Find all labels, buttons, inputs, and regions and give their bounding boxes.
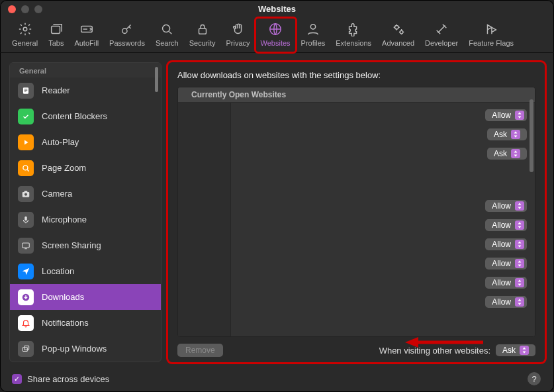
sidebar-scrollbar[interactable] xyxy=(155,67,158,92)
toolbar-label: AutoFill xyxy=(74,39,99,47)
gears-icon xyxy=(391,22,406,38)
dropdown-value: Allow xyxy=(492,201,511,211)
sidebar: General Reader Content Blockers Auto-Pla… xyxy=(9,62,162,362)
website-row[interactable]: Ask xyxy=(487,128,527,140)
svg-rect-11 xyxy=(24,89,28,89)
sidebar-group-label: General xyxy=(10,63,161,77)
permission-dropdown[interactable]: Ask xyxy=(487,128,527,140)
sidebar-item-page-zoom[interactable]: Page Zoom xyxy=(10,155,161,181)
shield-check-icon xyxy=(18,109,34,124)
sidebar-item-screen-sharing[interactable]: Screen Sharing xyxy=(10,232,161,258)
tabs-icon xyxy=(49,22,64,38)
dropdown-value: Allow xyxy=(492,278,511,287)
other-websites-dropdown[interactable]: Ask xyxy=(496,344,535,356)
share-across-devices-checkbox[interactable]: ✓ xyxy=(12,374,22,384)
permission-dropdown[interactable]: Allow xyxy=(485,296,527,308)
sidebar-item-content-blockers[interactable]: Content Blockers xyxy=(10,103,161,129)
list-scrollbar[interactable] xyxy=(530,99,533,172)
sidebar-item-notifications[interactable]: Notifications xyxy=(10,310,161,336)
gear-icon xyxy=(18,22,32,38)
toolbar-autofill[interactable]: AutoFill xyxy=(69,18,104,52)
svg-rect-22 xyxy=(24,346,29,350)
website-row[interactable]: Allow xyxy=(485,258,527,270)
preferences-toolbar: General Tabs AutoFill Passwords Search S… xyxy=(0,18,554,53)
svg-point-8 xyxy=(394,26,398,30)
permission-dropdown[interactable]: Ask xyxy=(487,148,527,160)
location-icon xyxy=(18,264,34,279)
website-row[interactable]: Allow xyxy=(485,200,527,212)
dropdown-value: Allow xyxy=(492,240,511,249)
play-icon xyxy=(18,134,34,150)
toolbar-security[interactable]: Security xyxy=(184,18,221,52)
toolbar-profiles[interactable]: Profiles xyxy=(296,18,331,52)
sidebar-item-label: Content Blockers xyxy=(42,111,107,121)
toolbar-search[interactable]: Search xyxy=(150,18,184,52)
svg-rect-12 xyxy=(24,89,28,90)
chevron-updown-icon xyxy=(515,278,524,287)
globe-icon xyxy=(268,22,283,38)
chevron-updown-icon xyxy=(520,346,529,355)
svg-point-7 xyxy=(310,24,315,29)
sidebar-item-camera[interactable]: Camera xyxy=(10,181,161,207)
chevron-updown-icon xyxy=(511,130,520,139)
other-websites-label: When visiting other websites: xyxy=(379,346,490,356)
toolbar-label: Profiles xyxy=(301,39,326,47)
svg-rect-21 xyxy=(23,347,27,351)
website-row[interactable]: Allow xyxy=(485,219,527,231)
toolbar-label: Websites xyxy=(261,39,291,47)
download-icon xyxy=(18,289,34,305)
permission-dropdown[interactable]: Allow xyxy=(485,200,527,212)
remove-button[interactable]: Remove xyxy=(177,344,223,357)
sidebar-item-label: Screen Sharing xyxy=(42,240,101,250)
toolbar-label: Feature Flags xyxy=(469,39,514,47)
toolbar-label: Developer xyxy=(425,39,458,47)
sidebar-item-downloads[interactable]: Downloads xyxy=(10,284,161,310)
favicon-column xyxy=(178,103,231,336)
sidebar-item-label: Downloads xyxy=(42,292,84,302)
dropdown-value: Allow xyxy=(492,259,511,268)
sidebar-item-label: Camera xyxy=(42,189,72,199)
flags-icon xyxy=(484,22,498,38)
sidebar-item-auto-play[interactable]: Auto-Play xyxy=(10,129,161,155)
help-button[interactable]: ? xyxy=(528,372,541,385)
toolbar-feature-flags[interactable]: Feature Flags xyxy=(463,18,519,52)
website-row[interactable]: Allow xyxy=(485,109,527,121)
dropdown-value: Allow xyxy=(492,220,511,230)
toolbar-general[interactable]: General xyxy=(7,18,43,52)
toolbar-label: Search xyxy=(156,39,179,47)
reader-icon xyxy=(18,83,34,99)
dropdown-value: Ask xyxy=(494,149,507,158)
sidebar-item-location[interactable]: Location xyxy=(10,258,161,284)
main-heading: Allow downloads on websites with the set… xyxy=(177,70,535,80)
website-row[interactable]: Ask xyxy=(487,148,527,160)
window-title: Websites xyxy=(0,4,554,14)
svg-point-0 xyxy=(23,27,27,31)
toolbar-privacy[interactable]: Privacy xyxy=(220,18,255,52)
permission-dropdown[interactable]: Allow xyxy=(485,238,527,250)
dropdown-value: Allow xyxy=(492,297,511,307)
chevron-updown-icon xyxy=(515,111,524,120)
lock-icon xyxy=(195,22,210,38)
sidebar-item-reader[interactable]: Reader xyxy=(10,77,161,103)
website-row[interactable]: Allow xyxy=(485,238,527,250)
toolbar-developer[interactable]: Developer xyxy=(420,18,463,52)
website-row[interactable]: Allow xyxy=(485,277,527,289)
microphone-icon xyxy=(18,212,34,228)
toolbar-passwords[interactable]: Passwords xyxy=(104,18,150,52)
permission-dropdown[interactable]: Allow xyxy=(485,109,527,121)
svg-rect-17 xyxy=(24,191,28,192)
dropdown-value: Allow xyxy=(492,111,511,120)
svg-rect-19 xyxy=(23,242,30,247)
sidebar-item-popup-windows[interactable]: Pop-up Windows xyxy=(10,336,161,362)
autofill-icon xyxy=(79,22,94,38)
tools-icon xyxy=(434,22,449,38)
toolbar-websites[interactable]: Websites xyxy=(255,18,296,52)
permission-dropdown[interactable]: Allow xyxy=(485,258,527,270)
toolbar-extensions[interactable]: Extensions xyxy=(330,18,377,52)
permission-dropdown[interactable]: Allow xyxy=(485,219,527,231)
toolbar-advanced[interactable]: Advanced xyxy=(377,18,420,52)
sidebar-item-microphone[interactable]: Microphone xyxy=(10,207,161,232)
permission-dropdown[interactable]: Allow xyxy=(485,277,527,289)
website-row[interactable]: Allow xyxy=(485,296,527,308)
toolbar-tabs[interactable]: Tabs xyxy=(43,18,69,52)
